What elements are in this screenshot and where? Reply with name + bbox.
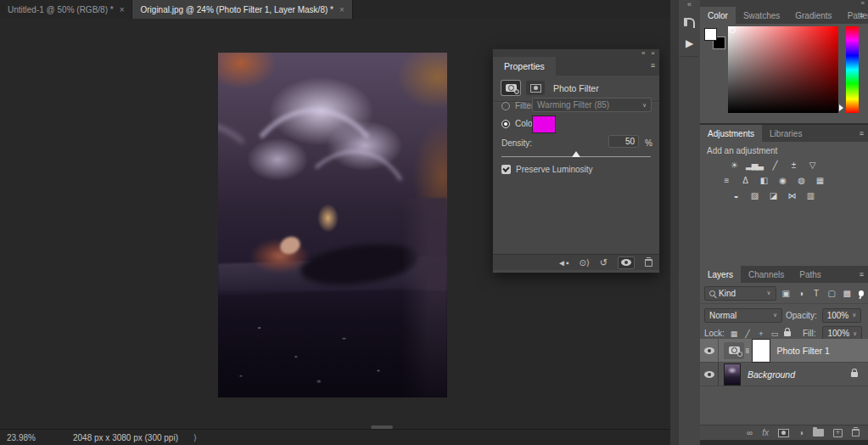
layer-effects-icon[interactable]: fx <box>762 428 769 437</box>
layer-row-photo-filter-1[interactable]: ∞ Photo Filter 1 <box>700 339 868 363</box>
background-layer-thumbnail[interactable] <box>724 363 741 386</box>
layer-filter-row: Kind ∨ ▣ ◑ T ▢ ▩ <box>700 283 868 304</box>
lock-transparency-icon[interactable]: ▦ <box>730 330 738 338</box>
invert-icon[interactable]: ◒ <box>729 189 742 201</box>
zoom-level[interactable]: 23.98% <box>7 433 42 442</box>
new-layer-icon[interactable] <box>833 429 843 437</box>
layer-filter-kind-dropdown[interactable]: Kind ∨ <box>704 286 776 301</box>
tab-adjustments[interactable]: Adjustments <box>700 125 762 142</box>
add-adjustment-label: Add an adjustment <box>700 142 868 157</box>
tab-swatches[interactable]: Swatches <box>736 7 787 24</box>
layer-name[interactable]: Background <box>748 369 795 380</box>
panel-menu-icon[interactable]: ≡ <box>860 129 864 138</box>
actions-panel-icon[interactable]: ▶ <box>686 38 693 48</box>
add-layer-mask-icon[interactable] <box>778 429 789 437</box>
selective-color-icon[interactable]: ▥ <box>804 189 817 201</box>
link-layers-icon[interactable]: ∞ <box>747 428 753 437</box>
photo-filter-icon[interactable]: ◉ <box>776 174 789 186</box>
layer-filter-toggle-icon[interactable] <box>859 290 864 296</box>
channel-mixer-icon[interactable]: ◍ <box>794 174 808 186</box>
hue-saturation-icon[interactable]: ≡ <box>720 174 733 186</box>
reset-adjustment-icon[interactable]: ↺ <box>600 257 608 268</box>
tab-untitled-1[interactable]: Untitled-1 @ 50% (RGB/8) * × <box>0 0 132 19</box>
properties-panel-body: Photo Filter Filter: Warming Filter (85)… <box>493 76 659 273</box>
layer-visibility-toggle[interactable] <box>700 363 719 386</box>
hue-slider-pointer-icon[interactable] <box>839 104 843 111</box>
tab-channels[interactable]: Channels <box>741 266 792 283</box>
tab-close-icon[interactable]: × <box>120 5 125 14</box>
layer-mask-thumbnail[interactable] <box>753 340 770 362</box>
layer-name[interactable]: Photo Filter 1 <box>776 346 829 356</box>
status-popup-chevron-icon[interactable]: ⟩ <box>193 433 197 442</box>
color-selection-ring[interactable] <box>730 27 736 33</box>
tab-original-jpg[interactable]: Original.jpg @ 24% (Photo Filter 1, Laye… <box>132 0 352 19</box>
filter-adjustment-layers-icon[interactable]: ◑ <box>796 289 807 298</box>
tab-close-icon[interactable]: × <box>339 5 344 14</box>
document-image[interactable] <box>218 53 447 397</box>
layer-mask-properties-icon[interactable] <box>526 81 545 95</box>
lock-artboard-icon[interactable]: ▭ <box>770 330 779 338</box>
tab-color[interactable]: Color <box>700 7 736 24</box>
panel-menu-icon[interactable]: ≡ <box>651 61 655 70</box>
toggle-layer-visibility-icon[interactable] <box>618 256 635 269</box>
layer-visibility-toggle[interactable] <box>700 339 719 362</box>
tab-gradients[interactable]: Gradients <box>787 7 839 24</box>
filter-pixel-layers-icon[interactable]: ▣ <box>781 289 792 298</box>
tab-layers[interactable]: Layers <box>700 266 741 283</box>
tab-libraries[interactable]: Libraries <box>762 125 809 142</box>
expand-dock-icon[interactable]: » <box>861 0 865 7</box>
panel-menu-icon[interactable]: ≡ <box>860 11 864 20</box>
filter-smart-objects-icon[interactable]: ▩ <box>842 289 853 298</box>
photo-filter-adjustment-icon[interactable] <box>501 81 520 95</box>
new-adjustment-layer-icon[interactable]: ◑ <box>798 428 804 437</box>
filter-radio-button[interactable] <box>501 102 510 110</box>
adjustments-panel-tabs: Adjustments Libraries ≡ <box>700 125 868 142</box>
photo-filter-layer-thumbnail[interactable] <box>724 342 744 359</box>
filter-type-layers-icon[interactable]: T <box>811 289 822 298</box>
collapse-strip-icon[interactable]: « <box>679 0 700 8</box>
hue-slider[interactable] <box>846 26 859 113</box>
mask-icon <box>530 84 541 93</box>
curves-icon[interactable]: ╱ <box>768 159 781 171</box>
filter-dropdown[interactable]: Warming Filter (85) ∨ <box>532 98 652 112</box>
lock-all-icon[interactable] <box>784 331 791 336</box>
tab-properties[interactable]: Properties <box>493 57 556 76</box>
collapse-panel-icon[interactable]: « <box>641 50 645 57</box>
view-previous-state-icon[interactable]: ⊙⟩ <box>580 258 590 268</box>
preserve-luminosity-checkbox[interactable] <box>501 165 511 174</box>
vibrance-icon[interactable]: ▽ <box>805 159 819 171</box>
delete-adjustment-icon[interactable] <box>645 259 652 267</box>
density-slider-thumb[interactable] <box>572 151 580 157</box>
brightness-contrast-icon[interactable]: ☀ <box>727 159 741 171</box>
close-panel-icon[interactable]: × <box>651 50 655 57</box>
new-group-icon[interactable] <box>813 429 824 437</box>
history-panel-icon[interactable] <box>684 17 696 28</box>
color-radio-button[interactable] <box>501 120 510 128</box>
water-surface <box>218 290 447 397</box>
photo-filter-color-swatch[interactable] <box>532 115 556 133</box>
gradient-map-icon[interactable]: ⋈ <box>785 189 798 201</box>
delete-layer-icon[interactable] <box>852 429 860 437</box>
mask-link-icon[interactable]: ∞ <box>743 347 752 352</box>
threshold-icon[interactable]: ◪ <box>766 189 780 201</box>
lock-pixels-icon[interactable]: ╱ <box>743 330 752 338</box>
panel-menu-icon[interactable]: ≡ <box>860 270 864 279</box>
clip-to-layer-icon[interactable]: ◄▪ <box>557 258 568 268</box>
foreground-color-swatch[interactable] <box>704 28 717 41</box>
posterize-icon[interactable]: ▨ <box>748 189 761 201</box>
saturation-brightness-field[interactable] <box>728 26 838 113</box>
opacity-value: 100% <box>827 311 849 320</box>
layer-row-background[interactable]: Background <box>700 363 868 386</box>
document-info[interactable]: 2048 px x 3080 px (300 ppi) <box>73 433 178 442</box>
exposure-icon[interactable]: ± <box>787 159 800 171</box>
color-lookup-icon[interactable]: ▦ <box>813 174 826 186</box>
black-and-white-icon[interactable]: ◧ <box>757 174 770 186</box>
blend-mode-dropdown[interactable]: Normal ∨ <box>704 308 782 323</box>
lock-position-icon[interactable]: + <box>757 330 765 338</box>
density-value-field[interactable]: 50 <box>608 135 639 148</box>
filter-shape-layers-icon[interactable]: ▢ <box>826 289 837 298</box>
color-balance-icon[interactable]: Δ <box>738 174 752 186</box>
opacity-field[interactable]: 100% ∨ <box>822 308 862 323</box>
tab-paths[interactable]: Paths <box>792 266 829 283</box>
levels-icon[interactable]: ▂▅▃ <box>746 159 763 171</box>
